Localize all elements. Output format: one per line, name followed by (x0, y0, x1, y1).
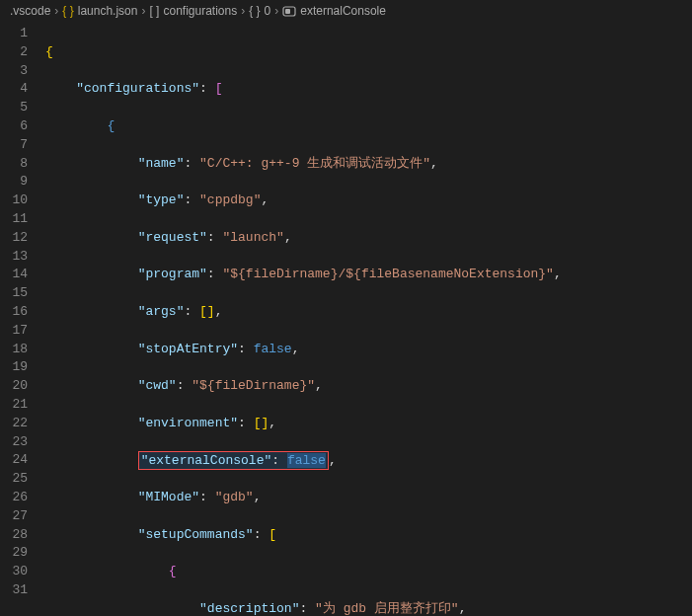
json-key: "type" (138, 192, 185, 207)
json-key: "configurations" (76, 81, 199, 96)
breadcrumb-label: configurations (163, 4, 237, 18)
line-number-gutter: 12345 678910 1112131415 1617181920 21222… (0, 23, 45, 616)
chevron-right-icon: › (54, 4, 58, 18)
json-key: "args" (138, 304, 185, 319)
json-key: "name" (138, 156, 185, 171)
json-key: "request" (138, 230, 207, 245)
boolean-icon (282, 6, 296, 17)
json-key: "MIMode" (138, 490, 199, 504)
json-brace-icon: { } (62, 4, 73, 18)
breadcrumb-label: 0 (265, 4, 271, 18)
json-key: "externalConsole" (141, 453, 272, 468)
json-string: "为 gdb 启用整齐打印" (315, 601, 459, 616)
breadcrumb-item-object[interactable]: { } 0 (249, 4, 270, 18)
breadcrumb-item-file[interactable]: { } launch.json (62, 4, 137, 18)
json-key: "cwd" (138, 378, 177, 393)
json-key: "setupCommands" (138, 527, 254, 542)
svg-rect-1 (285, 9, 290, 14)
object-icon: { } (249, 4, 260, 18)
breadcrumb-label: launch.json (78, 4, 138, 18)
breadcrumb: .vscode › { } launch.json › [ ] configur… (0, 0, 692, 23)
code-editor[interactable]: 12345 678910 1112131415 1617181920 21222… (0, 23, 692, 616)
code-content[interactable]: { "configurations": [ { "name": "C/C++: … (45, 23, 562, 616)
breadcrumb-item-folder[interactable]: .vscode (10, 4, 50, 18)
json-key: "program" (138, 267, 207, 281)
breadcrumb-item-property[interactable]: externalConsole (282, 4, 386, 18)
breadcrumb-label: externalConsole (300, 4, 386, 18)
json-string: "cppdbg" (199, 192, 261, 207)
chevron-right-icon: › (274, 4, 278, 18)
json-string: "C/C++: g++-9 生成和调试活动文件" (199, 156, 430, 171)
json-bool: false (254, 342, 292, 356)
json-string: "gdb" (215, 490, 254, 504)
json-key: "stopAtEntry" (138, 342, 238, 356)
breadcrumb-item-array[interactable]: [ ] configurations (149, 4, 237, 18)
chevron-right-icon: › (141, 4, 145, 18)
chevron-right-icon: › (241, 4, 245, 18)
json-string: "${fileDirname}" (192, 378, 315, 393)
json-string: "launch" (222, 230, 283, 245)
open-brace: { (45, 44, 53, 59)
json-key: "description" (199, 601, 299, 616)
json-string: "${fileDirname}/${fileBasenameNoExtensio… (222, 267, 553, 281)
array-icon: [ ] (149, 4, 159, 18)
json-key: "environment" (138, 416, 238, 430)
json-bool: false (287, 453, 326, 468)
breadcrumb-label: .vscode (10, 4, 50, 18)
highlighted-selection[interactable]: "externalConsole": false (138, 451, 329, 470)
